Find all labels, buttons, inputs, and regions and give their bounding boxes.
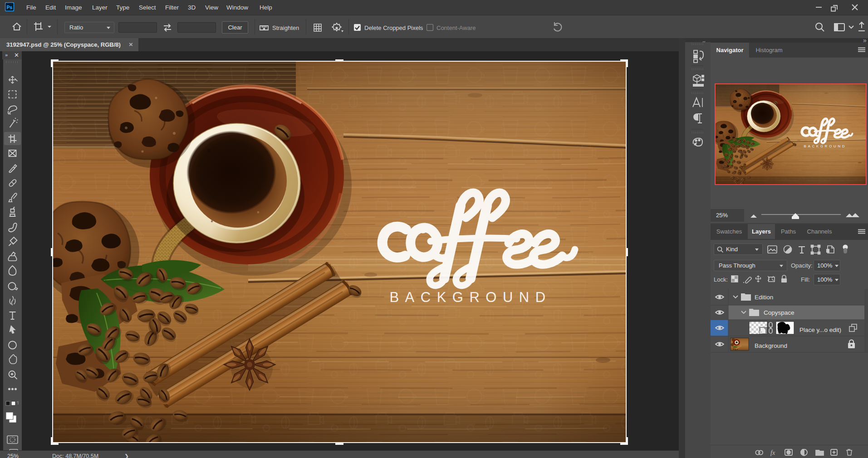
svg-text:Edition: Edition [755,294,773,301]
svg-text:fx: fx [770,449,775,456]
svg-text:Ps: Ps [7,5,13,10]
svg-text:Copyspace: Copyspace [764,309,794,316]
svg-text:Place y...o edit): Place y...o edit) [799,326,841,333]
svg-text:Background: Background [755,342,787,349]
